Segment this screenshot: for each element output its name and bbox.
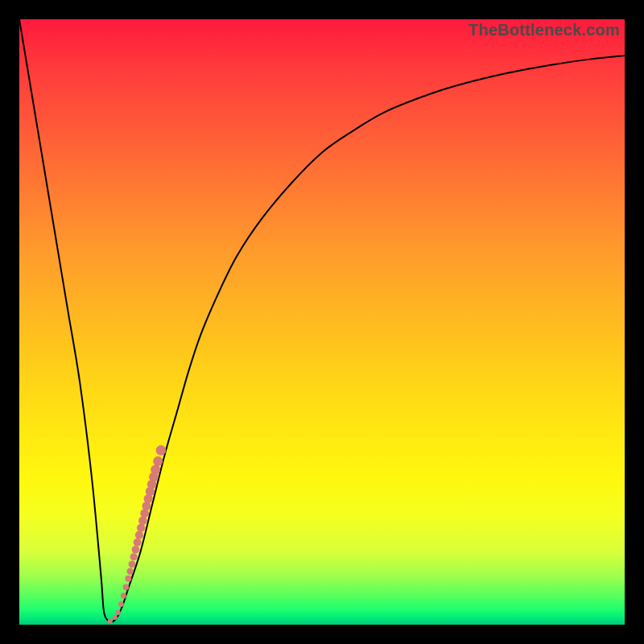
highlight-dot bbox=[151, 464, 160, 474]
highlight-dot bbox=[126, 568, 133, 575]
highlight-dot bbox=[118, 601, 124, 607]
highlight-dot bbox=[108, 618, 113, 623]
highlight-dot bbox=[132, 546, 140, 554]
highlight-dot bbox=[153, 456, 163, 466]
highlight-dot bbox=[113, 615, 118, 620]
plot-area: TheBottleneck.com bbox=[19, 19, 625, 625]
highlight-dots-group bbox=[108, 445, 166, 623]
highlight-dot bbox=[115, 610, 120, 615]
highlight-dot bbox=[135, 531, 143, 539]
highlight-dot bbox=[137, 523, 145, 531]
highlight-dot bbox=[128, 560, 135, 568]
curve-layer bbox=[19, 19, 625, 625]
highlight-dot bbox=[121, 592, 126, 598]
chart-frame: TheBottleneck.com bbox=[0, 0, 644, 644]
highlight-dot bbox=[123, 584, 130, 591]
highlight-dot bbox=[156, 445, 167, 456]
bottleneck-curve-path bbox=[19, 19, 625, 622]
highlight-dot bbox=[130, 553, 138, 560]
highlight-dot bbox=[134, 539, 142, 547]
highlight-dot bbox=[138, 516, 147, 525]
highlight-dot bbox=[125, 576, 131, 582]
